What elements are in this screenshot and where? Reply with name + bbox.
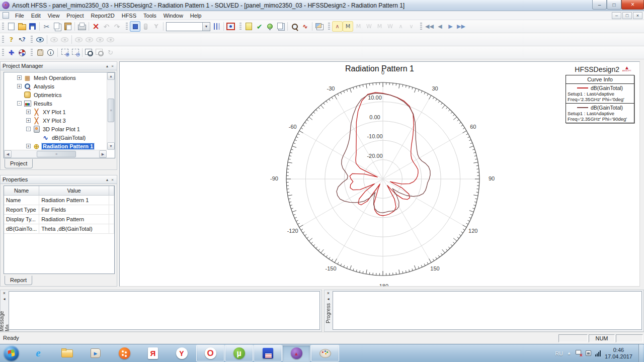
gain-curve-phi-90deg[interactable] — [337, 93, 430, 213]
taskbar-windows-explorer[interactable] — [53, 345, 81, 361]
expand-icon[interactable]: + — [17, 75, 22, 80]
go-first-icon[interactable]: ◀◀ — [425, 22, 434, 31]
taskbar-media-player[interactable] — [82, 345, 110, 361]
collapse-icon[interactable]: - — [17, 101, 22, 106]
column-header-value[interactable]: Value — [39, 186, 109, 195]
menu-report2d[interactable]: Report2D — [88, 12, 118, 20]
orient-info-icon[interactable] — [46, 48, 55, 57]
menu-hfss[interactable]: HFSS — [118, 12, 140, 20]
vertical-scroll-thumb[interactable]: ≡ — [108, 99, 114, 122]
tab-report[interactable]: Report — [5, 276, 32, 285]
combo-field[interactable] — [167, 23, 202, 31]
tree-item-label[interactable]: dB(GainTotal) — [51, 135, 87, 141]
legend-entry[interactable]: dB(GainTotal)Setup1 : LastAdaptiveFreq='… — [566, 103, 634, 123]
tree-item-label[interactable]: XY Plot 3 — [42, 118, 67, 124]
progress-content[interactable] — [333, 291, 642, 330]
tree-item-label[interactable]: Analysis — [33, 83, 55, 89]
edit-sources-icon[interactable] — [244, 22, 254, 31]
scroll-up-icon[interactable]: ▲ — [107, 72, 115, 80]
menu-help[interactable]: Help — [187, 12, 205, 20]
expand-icon[interactable]: + — [26, 118, 31, 123]
panel-collapse-close-icons[interactable]: ▴ × — [106, 177, 115, 182]
tree-item-label[interactable]: Mesh Operations — [33, 75, 77, 81]
toolbar-grip[interactable] — [31, 49, 33, 57]
maximize-button[interactable]: □ — [607, 0, 621, 10]
property-value[interactable]: Theta ,dB(GainTotal) — [39, 224, 109, 233]
property-value[interactable]: Radiation Pattern 1 — [39, 195, 109, 205]
gain-curve-phi-0deg[interactable] — [350, 93, 418, 216]
taskbar-media-reel-app[interactable] — [110, 345, 138, 361]
solver-monitor-icon[interactable] — [226, 22, 235, 31]
tree-item-label[interactable]: 3D Polar Plot 1 — [42, 126, 81, 132]
paste-icon[interactable] — [63, 22, 72, 31]
toolbar-grip[interactable] — [328, 23, 330, 31]
horizontal-scroll-thumb[interactable]: ≡ — [37, 151, 76, 157]
tree-item-3d-polar-plot-1[interactable]: -3D Polar Plot 1 — [4, 125, 107, 133]
menu-tools[interactable]: Tools — [140, 12, 160, 20]
material-combo[interactable]: ▼ — [166, 22, 210, 31]
mdi-restore-button[interactable]: □ — [622, 12, 632, 19]
taskbar-y-browser[interactable] — [168, 345, 196, 361]
delete-icon[interactable] — [91, 22, 101, 31]
taskbar-ansoft-hfss[interactable] — [282, 345, 310, 361]
property-row[interactable]: Report TypeFar Fields — [4, 205, 114, 214]
tree-item-xy-plot-1[interactable]: +XY Plot 1 — [4, 108, 107, 116]
context-help-icon[interactable] — [17, 35, 27, 44]
save-icon[interactable] — [28, 22, 37, 31]
clock[interactable]: 0:46 17.04.2017 — [605, 347, 632, 360]
property-value[interactable]: Far Fields — [39, 205, 109, 214]
dropdown-arrow-icon[interactable]: ▼ — [202, 23, 210, 31]
expand-icon[interactable]: + — [26, 110, 31, 114]
mdi-close-button[interactable]: × — [633, 12, 642, 19]
tree-item-label[interactable]: XY Plot 1 — [42, 109, 67, 115]
tree-item-xy-plot-3[interactable]: +XY Plot 3 — [4, 116, 107, 125]
field-overlays-icon[interactable] — [290, 22, 299, 31]
collapse-icon[interactable]: - — [26, 127, 31, 131]
tree-item-label[interactable]: Optimetrics — [33, 92, 63, 98]
mdi-minimize-button[interactable]: – — [612, 12, 621, 19]
language-indicator[interactable]: RU — [555, 350, 563, 356]
go-last-icon[interactable]: ▶▶ — [456, 22, 466, 31]
trace-marker-icon[interactable]: M — [343, 22, 353, 31]
expand-icon[interactable]: + — [26, 144, 31, 148]
new-file-icon[interactable] — [7, 22, 16, 31]
scroll-right-icon[interactable]: ▶ — [99, 150, 107, 158]
select-object-icon[interactable] — [130, 22, 140, 31]
menu-window[interactable]: Window — [160, 12, 187, 20]
tree-horizontal-scrollbar[interactable]: ◀ ≡ ▶ — [4, 150, 107, 158]
menu-project[interactable]: Project — [63, 12, 87, 20]
minimize-button[interactable]: – — [592, 0, 607, 10]
property-row[interactable]: Display Ty...Radiation Pattern — [4, 214, 114, 224]
polar-chart[interactable]: 0306090120150-180-150-120-90-60-3010.000… — [120, 62, 639, 286]
go-next-icon[interactable]: ▶ — [446, 22, 455, 31]
tree-item-radiation-pattern-1[interactable]: +Radiation Pattern 1 — [4, 142, 107, 150]
network-signal-icon[interactable] — [595, 350, 601, 356]
help-topics-icon[interactable] — [7, 35, 16, 44]
column-header-name[interactable]: Name — [4, 186, 39, 195]
tree-vertical-scrollbar[interactable]: ▲ ≡ ▼ — [107, 72, 115, 150]
message-manager-content[interactable] — [9, 291, 320, 330]
scroll-down-icon[interactable]: ▼ — [107, 142, 115, 150]
close-button[interactable]: × — [621, 0, 644, 10]
toolbar-grip[interactable] — [420, 23, 422, 31]
taskbar-floppy-tool[interactable] — [254, 345, 282, 361]
taskbar-yandex-app[interactable] — [139, 345, 167, 361]
property-value[interactable]: Radiation Pattern — [39, 214, 109, 224]
tree-item-db-gaintotal[interactable]: dB(GainTotal) — [4, 133, 107, 142]
toolbar-grip[interactable] — [126, 23, 128, 31]
taskbar-paint[interactable] — [311, 345, 339, 361]
tree-item-optimetrics[interactable]: Optimetrics — [4, 90, 107, 99]
property-row[interactable]: dB(GainTo...Theta ,dB(GainTotal) — [4, 224, 114, 233]
toolbar-grip[interactable] — [31, 36, 33, 44]
trace-peak-icon[interactable]: ∧ — [333, 22, 342, 31]
dock-collapse-icon[interactable]: ◂ — [327, 297, 329, 301]
open-file-icon[interactable] — [17, 22, 27, 31]
tab-project[interactable]: Project — [5, 159, 33, 168]
dock-close-icon[interactable]: × — [3, 291, 6, 296]
section-tools-icon[interactable] — [17, 48, 27, 57]
create-report-icon[interactable] — [300, 22, 310, 31]
panel-collapse-close-icons[interactable]: ▴ × — [106, 64, 115, 68]
zoom-out-rect-icon[interactable] — [70, 48, 80, 57]
fit-all-icon[interactable] — [85, 48, 94, 57]
validate-icon[interactable] — [255, 22, 264, 31]
